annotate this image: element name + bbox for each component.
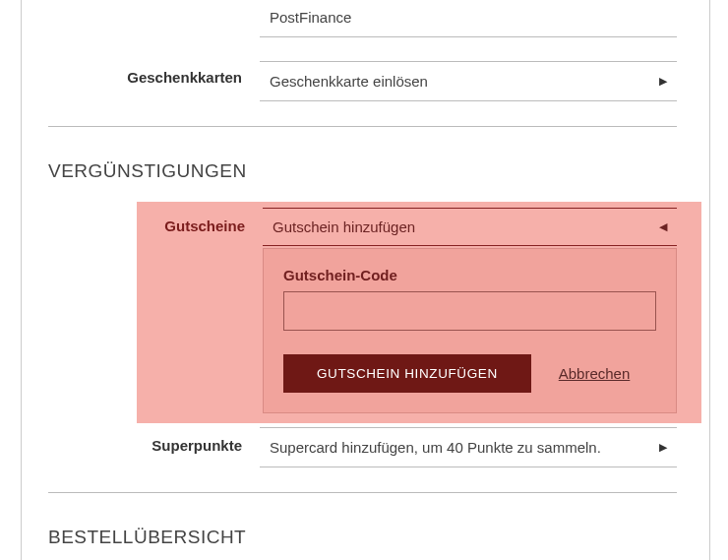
voucher-highlight-area: Gutscheine Gutschein hinzufügen ◀ Gutsch… [137,202,701,423]
order-overview-section-title: BESTELLÜBERSICHT [48,527,677,548]
voucher-cancel-link[interactable]: Abbrechen [559,365,631,382]
payment-row-label [48,0,260,6]
voucher-submit-button[interactable]: GUTSCHEIN HINZUFÜGEN [283,354,531,393]
giftcards-label: Geschenkkarten [48,61,260,86]
discounts-section-title: VERGÜNSTIGUNGEN [48,160,677,182]
payment-option-text: PostFinance [270,9,351,26]
content-border-right [709,0,710,560]
payment-option-postfinance[interactable]: PostFinance [260,0,677,37]
voucher-add-text: Gutschein hinzufügen [273,218,415,235]
section-divider [48,492,677,493]
voucher-code-input[interactable] [283,291,656,331]
giftcards-redeem-text: Geschenkkarte einlösen [270,73,428,90]
chevron-right-icon: ▶ [659,441,667,454]
voucher-panel: Gutschein-Code GUTSCHEIN HINZUFÜGEN Abbr… [263,248,677,413]
chevron-right-icon: ▶ [659,75,667,88]
superpoints-row[interactable]: Supercard hinzufügen, um 40 Punkte zu sa… [260,427,677,467]
voucher-add-toggle[interactable]: Gutschein hinzufügen ◀ [263,208,677,246]
voucher-code-label: Gutschein-Code [283,267,656,283]
superpoints-label: Superpunkte [48,427,260,454]
vouchers-label: Gutscheine [137,208,263,234]
content-border-left [21,0,22,560]
chevron-left-icon: ◀ [659,220,667,233]
superpoints-text: Supercard hinzufügen, um 40 Punkte zu sa… [270,439,601,456]
giftcards-redeem-row[interactable]: Geschenkkarte einlösen ▶ [260,61,677,101]
section-divider [48,126,677,127]
